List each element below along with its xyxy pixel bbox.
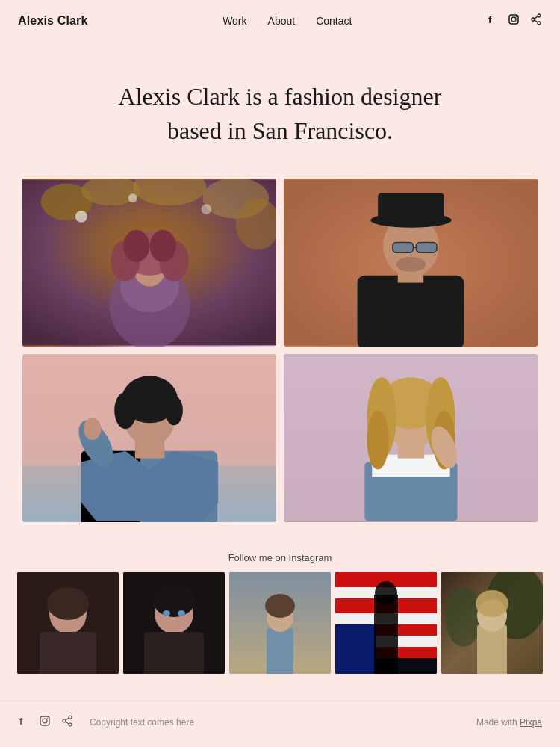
footer-instagram-icon[interactable]	[39, 715, 51, 730]
svg-point-36	[396, 257, 426, 272]
instagram-icon[interactable]	[508, 13, 520, 28]
svg-point-64	[47, 587, 89, 620]
svg-rect-28	[358, 276, 464, 347]
svg-rect-94	[40, 716, 49, 725]
svg-point-6	[538, 22, 541, 25]
svg-line-101	[66, 722, 69, 724]
portfolio-image-4[interactable]	[284, 354, 538, 522]
svg-rect-65	[40, 632, 96, 674]
hero-section: Alexis Clark is a fashion designer based…	[0, 42, 560, 179]
svg-rect-73	[267, 628, 293, 674]
svg-rect-85	[374, 595, 398, 674]
svg-point-17	[201, 204, 211, 214]
svg-point-97	[69, 716, 72, 719]
svg-point-89	[445, 587, 482, 647]
footer-right: Made with Pixpa	[476, 717, 542, 728]
svg-point-3	[516, 16, 517, 18]
svg-rect-32	[378, 193, 444, 222]
footer-facebook-icon[interactable]: f	[18, 716, 28, 729]
portfolio-grid	[0, 179, 560, 522]
portfolio-image-2[interactable]	[284, 179, 538, 347]
instagram-image-4[interactable]	[335, 572, 437, 674]
svg-point-92	[476, 590, 508, 617]
svg-line-7	[535, 16, 538, 19]
svg-point-2	[511, 17, 516, 22]
svg-point-75	[265, 594, 295, 618]
svg-point-24	[123, 229, 149, 261]
main-nav: Work About Contact	[223, 15, 352, 27]
instagram-grid	[7, 572, 553, 674]
svg-point-5	[532, 18, 535, 21]
footer-left: f Copyright text comes here	[18, 715, 194, 730]
footer-pixpa-link[interactable]: Pixpa	[520, 717, 542, 728]
nav-contact[interactable]: Contact	[316, 15, 352, 27]
svg-point-86	[375, 581, 397, 605]
svg-rect-1	[509, 15, 518, 24]
svg-point-99	[69, 723, 72, 726]
instagram-section: Follow me on Instagram	[0, 552, 560, 704]
instagram-image-1[interactable]	[17, 572, 119, 674]
footer-made-with: Made with	[476, 717, 520, 728]
svg-rect-33	[393, 242, 414, 252]
portfolio-image-3[interactable]	[22, 354, 276, 522]
svg-point-96	[47, 718, 48, 719]
hero-tagline: Alexis Clark is a fashion designer based…	[101, 79, 459, 149]
site-footer: f Copyright text comes here Made with Pi…	[0, 704, 560, 740]
svg-point-4	[538, 14, 541, 17]
portfolio-image-1[interactable]	[22, 179, 276, 347]
site-header: Alexis Clark Work About Contact f	[0, 0, 560, 42]
site-logo[interactable]: Alexis Clark	[18, 14, 88, 28]
footer-copyright: Copyright text comes here	[90, 717, 194, 728]
svg-point-49	[84, 418, 102, 440]
svg-text:f: f	[19, 716, 23, 726]
svg-text:f: f	[488, 14, 492, 25]
svg-line-8	[535, 20, 538, 22]
svg-rect-34	[416, 242, 437, 252]
svg-point-47	[165, 396, 183, 425]
svg-point-46	[114, 392, 137, 429]
svg-point-98	[63, 719, 66, 722]
svg-point-70	[163, 610, 170, 616]
svg-point-25	[149, 229, 175, 261]
svg-rect-81	[335, 624, 376, 674]
svg-point-71	[178, 610, 185, 616]
svg-point-95	[43, 719, 47, 723]
instagram-image-5[interactable]	[441, 572, 543, 674]
svg-point-59	[367, 410, 389, 469]
instagram-image-3[interactable]	[229, 572, 331, 674]
svg-point-15	[75, 211, 87, 223]
instagram-image-2[interactable]	[123, 572, 225, 674]
svg-rect-69	[144, 632, 204, 674]
header-social-icons: f	[487, 13, 542, 28]
share-icon[interactable]	[530, 13, 542, 28]
svg-point-16	[128, 193, 137, 202]
facebook-icon[interactable]: f	[487, 14, 497, 28]
svg-point-68	[153, 584, 195, 617]
svg-line-100	[66, 718, 69, 720]
footer-share-icon[interactable]	[61, 715, 73, 730]
instagram-label: Follow me on Instagram	[7, 552, 553, 563]
nav-about[interactable]: About	[268, 15, 296, 27]
nav-work[interactable]: Work	[223, 15, 246, 27]
